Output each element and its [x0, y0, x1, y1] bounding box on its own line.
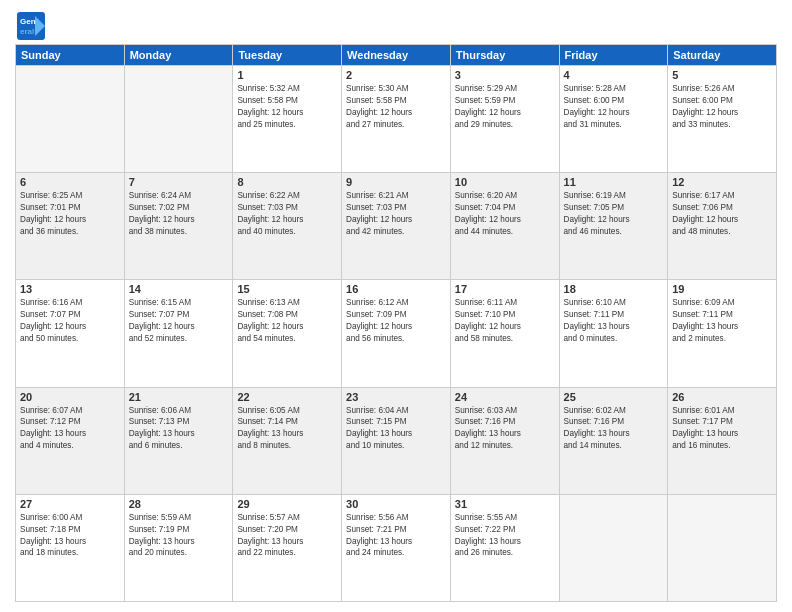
day-number: 7 — [129, 176, 229, 188]
day-detail: Sunrise: 6:11 AMSunset: 7:10 PMDaylight:… — [455, 297, 555, 345]
day-number: 18 — [564, 283, 664, 295]
day-number: 23 — [346, 391, 446, 403]
day-number: 26 — [672, 391, 772, 403]
day-detail: Sunrise: 6:17 AMSunset: 7:06 PMDaylight:… — [672, 190, 772, 238]
calendar-cell: 12Sunrise: 6:17 AMSunset: 7:06 PMDayligh… — [668, 173, 777, 280]
day-number: 29 — [237, 498, 337, 510]
calendar-cell: 10Sunrise: 6:20 AMSunset: 7:04 PMDayligh… — [450, 173, 559, 280]
day-detail: Sunrise: 6:02 AMSunset: 7:16 PMDaylight:… — [564, 405, 664, 453]
calendar-cell: 8Sunrise: 6:22 AMSunset: 7:03 PMDaylight… — [233, 173, 342, 280]
day-number: 30 — [346, 498, 446, 510]
calendar-cell: 27Sunrise: 6:00 AMSunset: 7:18 PMDayligh… — [16, 494, 125, 601]
calendar-cell — [668, 494, 777, 601]
calendar-cell: 30Sunrise: 5:56 AMSunset: 7:21 PMDayligh… — [342, 494, 451, 601]
calendar-cell: 15Sunrise: 6:13 AMSunset: 7:08 PMDayligh… — [233, 280, 342, 387]
day-detail: Sunrise: 6:04 AMSunset: 7:15 PMDaylight:… — [346, 405, 446, 453]
calendar-cell: 3Sunrise: 5:29 AMSunset: 5:59 PMDaylight… — [450, 66, 559, 173]
day-number: 10 — [455, 176, 555, 188]
day-number: 5 — [672, 69, 772, 81]
day-number: 6 — [20, 176, 120, 188]
calendar-cell: 18Sunrise: 6:10 AMSunset: 7:11 PMDayligh… — [559, 280, 668, 387]
day-detail: Sunrise: 6:12 AMSunset: 7:09 PMDaylight:… — [346, 297, 446, 345]
calendar-cell: 29Sunrise: 5:57 AMSunset: 7:20 PMDayligh… — [233, 494, 342, 601]
day-number: 19 — [672, 283, 772, 295]
day-number: 4 — [564, 69, 664, 81]
day-number: 16 — [346, 283, 446, 295]
calendar-cell: 14Sunrise: 6:15 AMSunset: 7:07 PMDayligh… — [124, 280, 233, 387]
svg-text:Gen: Gen — [20, 17, 36, 26]
day-number: 31 — [455, 498, 555, 510]
day-number: 9 — [346, 176, 446, 188]
calendar-body: 1Sunrise: 5:32 AMSunset: 5:58 PMDaylight… — [16, 66, 777, 602]
header-cell-thursday: Thursday — [450, 45, 559, 66]
day-number: 24 — [455, 391, 555, 403]
page: Gen eral SundayMondayTuesdayWednesdayThu… — [0, 0, 792, 612]
day-detail: Sunrise: 6:22 AMSunset: 7:03 PMDaylight:… — [237, 190, 337, 238]
day-detail: Sunrise: 6:16 AMSunset: 7:07 PMDaylight:… — [20, 297, 120, 345]
day-detail: Sunrise: 6:06 AMSunset: 7:13 PMDaylight:… — [129, 405, 229, 453]
calendar-cell: 11Sunrise: 6:19 AMSunset: 7:05 PMDayligh… — [559, 173, 668, 280]
calendar-cell: 22Sunrise: 6:05 AMSunset: 7:14 PMDayligh… — [233, 387, 342, 494]
day-detail: Sunrise: 6:19 AMSunset: 7:05 PMDaylight:… — [564, 190, 664, 238]
calendar-cell: 19Sunrise: 6:09 AMSunset: 7:11 PMDayligh… — [668, 280, 777, 387]
day-detail: Sunrise: 5:28 AMSunset: 6:00 PMDaylight:… — [564, 83, 664, 131]
day-detail: Sunrise: 6:03 AMSunset: 7:16 PMDaylight:… — [455, 405, 555, 453]
calendar-cell: 13Sunrise: 6:16 AMSunset: 7:07 PMDayligh… — [16, 280, 125, 387]
day-number: 13 — [20, 283, 120, 295]
svg-text:eral: eral — [20, 27, 34, 36]
calendar-cell — [559, 494, 668, 601]
header-cell-tuesday: Tuesday — [233, 45, 342, 66]
day-number: 2 — [346, 69, 446, 81]
calendar-cell: 5Sunrise: 5:26 AMSunset: 6:00 PMDaylight… — [668, 66, 777, 173]
day-detail: Sunrise: 5:32 AMSunset: 5:58 PMDaylight:… — [237, 83, 337, 131]
header: Gen eral — [15, 10, 777, 38]
calendar-cell: 26Sunrise: 6:01 AMSunset: 7:17 PMDayligh… — [668, 387, 777, 494]
header-cell-wednesday: Wednesday — [342, 45, 451, 66]
calendar-cell: 25Sunrise: 6:02 AMSunset: 7:16 PMDayligh… — [559, 387, 668, 494]
header-cell-monday: Monday — [124, 45, 233, 66]
day-detail: Sunrise: 5:59 AMSunset: 7:19 PMDaylight:… — [129, 512, 229, 560]
calendar-header: SundayMondayTuesdayWednesdayThursdayFrid… — [16, 45, 777, 66]
header-cell-friday: Friday — [559, 45, 668, 66]
calendar-table: SundayMondayTuesdayWednesdayThursdayFrid… — [15, 44, 777, 602]
day-detail: Sunrise: 6:25 AMSunset: 7:01 PMDaylight:… — [20, 190, 120, 238]
day-number: 28 — [129, 498, 229, 510]
day-detail: Sunrise: 6:09 AMSunset: 7:11 PMDaylight:… — [672, 297, 772, 345]
day-number: 11 — [564, 176, 664, 188]
week-row-0: 1Sunrise: 5:32 AMSunset: 5:58 PMDaylight… — [16, 66, 777, 173]
calendar-cell: 24Sunrise: 6:03 AMSunset: 7:16 PMDayligh… — [450, 387, 559, 494]
calendar-cell: 4Sunrise: 5:28 AMSunset: 6:00 PMDaylight… — [559, 66, 668, 173]
calendar-cell: 20Sunrise: 6:07 AMSunset: 7:12 PMDayligh… — [16, 387, 125, 494]
calendar-cell: 16Sunrise: 6:12 AMSunset: 7:09 PMDayligh… — [342, 280, 451, 387]
day-number: 12 — [672, 176, 772, 188]
week-row-4: 27Sunrise: 6:00 AMSunset: 7:18 PMDayligh… — [16, 494, 777, 601]
day-number: 21 — [129, 391, 229, 403]
day-number: 14 — [129, 283, 229, 295]
day-detail: Sunrise: 6:10 AMSunset: 7:11 PMDaylight:… — [564, 297, 664, 345]
day-detail: Sunrise: 6:20 AMSunset: 7:04 PMDaylight:… — [455, 190, 555, 238]
calendar-cell: 17Sunrise: 6:11 AMSunset: 7:10 PMDayligh… — [450, 280, 559, 387]
week-row-3: 20Sunrise: 6:07 AMSunset: 7:12 PMDayligh… — [16, 387, 777, 494]
calendar-cell: 2Sunrise: 5:30 AMSunset: 5:58 PMDaylight… — [342, 66, 451, 173]
day-number: 25 — [564, 391, 664, 403]
day-number: 1 — [237, 69, 337, 81]
header-cell-saturday: Saturday — [668, 45, 777, 66]
calendar-cell: 23Sunrise: 6:04 AMSunset: 7:15 PMDayligh… — [342, 387, 451, 494]
day-detail: Sunrise: 5:56 AMSunset: 7:21 PMDaylight:… — [346, 512, 446, 560]
day-detail: Sunrise: 6:00 AMSunset: 7:18 PMDaylight:… — [20, 512, 120, 560]
day-detail: Sunrise: 6:07 AMSunset: 7:12 PMDaylight:… — [20, 405, 120, 453]
day-detail: Sunrise: 6:05 AMSunset: 7:14 PMDaylight:… — [237, 405, 337, 453]
calendar-cell: 31Sunrise: 5:55 AMSunset: 7:22 PMDayligh… — [450, 494, 559, 601]
day-detail: Sunrise: 6:15 AMSunset: 7:07 PMDaylight:… — [129, 297, 229, 345]
day-detail: Sunrise: 6:13 AMSunset: 7:08 PMDaylight:… — [237, 297, 337, 345]
calendar-cell — [16, 66, 125, 173]
day-number: 3 — [455, 69, 555, 81]
calendar-cell: 9Sunrise: 6:21 AMSunset: 7:03 PMDaylight… — [342, 173, 451, 280]
header-cell-sunday: Sunday — [16, 45, 125, 66]
day-number: 27 — [20, 498, 120, 510]
day-detail: Sunrise: 5:57 AMSunset: 7:20 PMDaylight:… — [237, 512, 337, 560]
day-detail: Sunrise: 5:29 AMSunset: 5:59 PMDaylight:… — [455, 83, 555, 131]
logo: Gen eral — [15, 10, 47, 38]
day-detail: Sunrise: 5:55 AMSunset: 7:22 PMDaylight:… — [455, 512, 555, 560]
day-number: 22 — [237, 391, 337, 403]
